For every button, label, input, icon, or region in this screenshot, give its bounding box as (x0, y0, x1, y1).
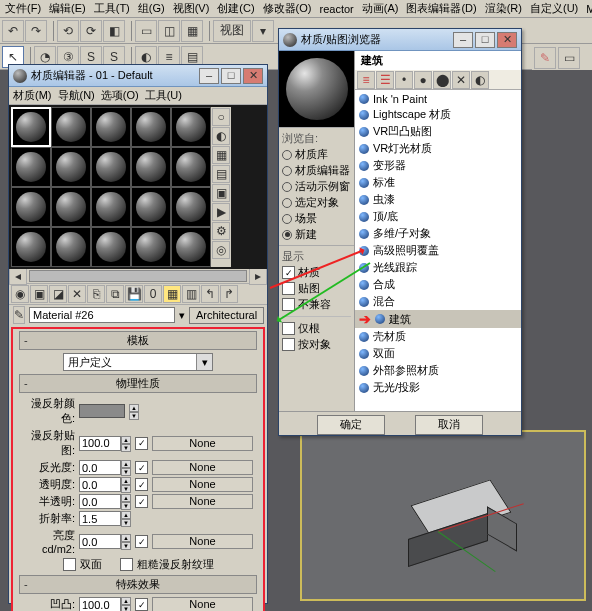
browser-max-button[interactable]: □ (475, 32, 495, 48)
browse-from-option[interactable]: 选定对象 (282, 195, 351, 210)
view-small-icon[interactable]: • (395, 71, 413, 89)
material-type-button[interactable]: Architectural (189, 307, 264, 324)
material-name-input[interactable] (29, 307, 175, 323)
param-spinner[interactable] (79, 534, 121, 549)
bind-icon[interactable]: ◧ (103, 20, 125, 42)
cancel-button[interactable]: 取消 (415, 415, 483, 435)
erase-icon[interactable]: ✎ (534, 47, 556, 69)
video-check-icon[interactable]: ▣ (212, 184, 230, 202)
param-toggle[interactable]: ✓ (135, 437, 148, 450)
map-button[interactable]: None (152, 436, 253, 451)
backlight-icon[interactable]: ◐ (212, 127, 230, 145)
material-editor-titlebar[interactable]: 材质编辑器 - 01 - Default – □ ✕ (9, 65, 267, 87)
menu-file[interactable]: 文件(F) (2, 1, 44, 16)
map-button[interactable]: None (152, 597, 253, 611)
unlink-icon[interactable]: ⟳ (80, 20, 102, 42)
material-list-item[interactable]: 光线跟踪 (355, 259, 521, 276)
undo-icon[interactable]: ↶ (2, 20, 24, 42)
material-list-item[interactable]: 变形器 (355, 157, 521, 174)
menu-maxscript[interactable]: MAXScript(M) (583, 3, 592, 15)
param-toggle[interactable]: ✓ (135, 598, 148, 611)
sample-type-icon[interactable]: ○ (212, 108, 230, 126)
rollout-physical[interactable]: -物理性质 (19, 374, 257, 393)
sample-slot[interactable] (51, 147, 91, 187)
param-toggle[interactable]: ✓ (135, 461, 148, 474)
menu-graph[interactable]: 图表编辑器(D) (403, 1, 479, 16)
close-button[interactable]: ✕ (243, 68, 263, 84)
view-large-icon[interactable]: ⬤ (433, 71, 451, 89)
view-med-icon[interactable]: ● (414, 71, 432, 89)
browser-titlebar[interactable]: 材质/贴图浏览器 – □ ✕ (279, 29, 521, 51)
menu-create[interactable]: 创建(C) (214, 1, 257, 16)
matmenu-nav[interactable]: 导航(N) (58, 88, 95, 103)
main-menubar[interactable]: 文件(F) 编辑(E) 工具(T) 组(G) 视图(V) 创建(C) 修改器(O… (0, 0, 592, 18)
param-spinner[interactable] (79, 460, 121, 475)
filter-option[interactable]: 仅根 (282, 321, 351, 336)
layer-icon[interactable]: ▭ (558, 47, 580, 69)
material-list-item[interactable]: VR灯光材质 (355, 140, 521, 157)
param-toggle[interactable]: ✓ (135, 495, 148, 508)
sample-slot[interactable] (171, 147, 211, 187)
show-map-icon[interactable]: ▦ (163, 285, 181, 303)
map-button[interactable]: None (152, 477, 253, 492)
material-list-item[interactable]: 外部参照材质 (355, 362, 521, 379)
map-button[interactable]: None (152, 494, 253, 509)
param-toggle[interactable]: ✓ (135, 535, 148, 548)
rollout-templates[interactable]: -模板 (19, 331, 257, 350)
sample-slot[interactable] (171, 107, 211, 147)
material-editor-menu[interactable]: 材质(M) 导航(N) 选项(O) 工具(U) (9, 87, 267, 105)
options-icon[interactable]: ⚙ (212, 222, 230, 240)
rollout-area[interactable]: -模板 用户定义▾ -物理性质 漫反射颜色:▲▼漫反射贴图:▲▼✓None反光度… (11, 327, 265, 611)
rollout-special[interactable]: -特殊效果 (19, 575, 257, 594)
menu-animation[interactable]: 动画(A) (359, 1, 402, 16)
param-spinner[interactable] (79, 477, 121, 492)
matmenu-options[interactable]: 选项(O) (101, 88, 139, 103)
menu-views[interactable]: 视图(V) (170, 1, 213, 16)
select-by-mat-icon[interactable]: ◎ (212, 241, 230, 259)
sample-slot[interactable] (91, 147, 131, 187)
browser-min-button[interactable]: – (453, 32, 473, 48)
redo-icon[interactable]: ↷ (25, 20, 47, 42)
material-list-item[interactable]: 壳材质 (355, 328, 521, 345)
sample-slot[interactable] (91, 187, 131, 227)
browse-from-option[interactable]: 活动示例窗 (282, 179, 351, 194)
make-unique-icon[interactable]: ⧉ (106, 285, 124, 303)
sample-slot[interactable] (11, 227, 51, 267)
menu-group[interactable]: 组(G) (135, 1, 168, 16)
material-list-item[interactable]: VR凹凸贴图 (355, 123, 521, 140)
browse-from-option[interactable]: 材质编辑器 (282, 163, 351, 178)
maximize-button[interactable]: □ (221, 68, 241, 84)
sample-uv-icon[interactable]: ▤ (212, 165, 230, 183)
param-spinner[interactable] (79, 436, 121, 451)
make-copy-icon[interactable]: ⎘ (87, 285, 105, 303)
material-list-item[interactable]: 混合 (355, 293, 521, 310)
get-material-icon[interactable]: ◉ (11, 285, 29, 303)
sample-hscroll[interactable]: ◂▸ (9, 269, 267, 283)
go-parent-icon[interactable]: ↰ (201, 285, 219, 303)
map-button[interactable]: None (152, 534, 253, 549)
menu-render[interactable]: 渲染(R) (482, 1, 525, 16)
matmenu-material[interactable]: 材质(M) (13, 88, 52, 103)
go-sibling-icon[interactable]: ↱ (220, 285, 238, 303)
sample-slot[interactable] (171, 227, 211, 267)
sample-slot[interactable] (131, 227, 171, 267)
pick-icon[interactable]: ✎ (13, 306, 25, 324)
sample-slot[interactable] (91, 107, 131, 147)
material-list-item[interactable]: Lightscape 材质 (355, 106, 521, 123)
filter-option[interactable]: 按对象 (282, 337, 351, 352)
material-list-item[interactable]: 虫漆 (355, 191, 521, 208)
background-icon[interactable]: ▦ (212, 146, 230, 164)
sample-slot[interactable] (171, 187, 211, 227)
assign-icon[interactable]: ◪ (49, 285, 67, 303)
sample-slot[interactable] (51, 187, 91, 227)
put-to-scene-icon[interactable]: ▣ (30, 285, 48, 303)
param-spinner[interactable] (79, 597, 121, 611)
browse-from-option[interactable]: 场景 (282, 211, 351, 226)
template-select[interactable]: 用户定义▾ (63, 353, 213, 371)
param-spinner[interactable] (79, 511, 121, 526)
sample-slot[interactable] (131, 147, 171, 187)
browse-from-option[interactable]: 材质库 (282, 147, 351, 162)
material-list-item[interactable]: 合成 (355, 276, 521, 293)
sample-slot[interactable] (131, 107, 171, 147)
color-swatch[interactable] (79, 404, 125, 418)
